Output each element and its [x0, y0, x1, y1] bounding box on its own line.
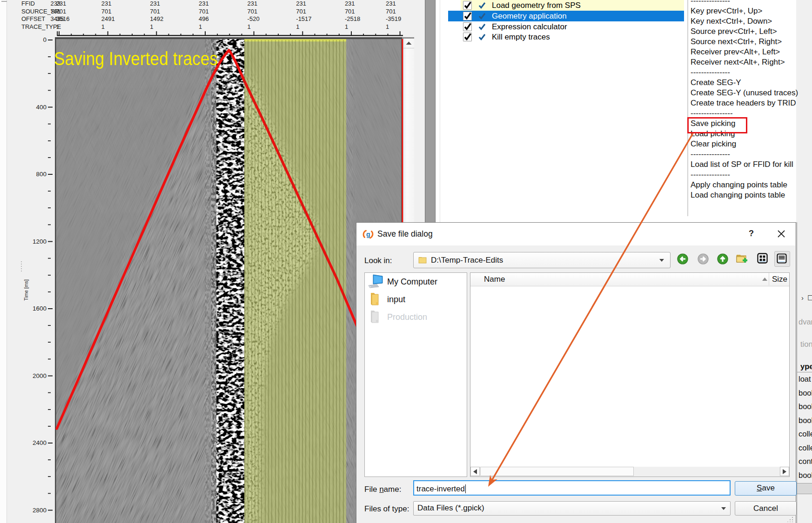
- svg-text:g: g: [366, 231, 370, 238]
